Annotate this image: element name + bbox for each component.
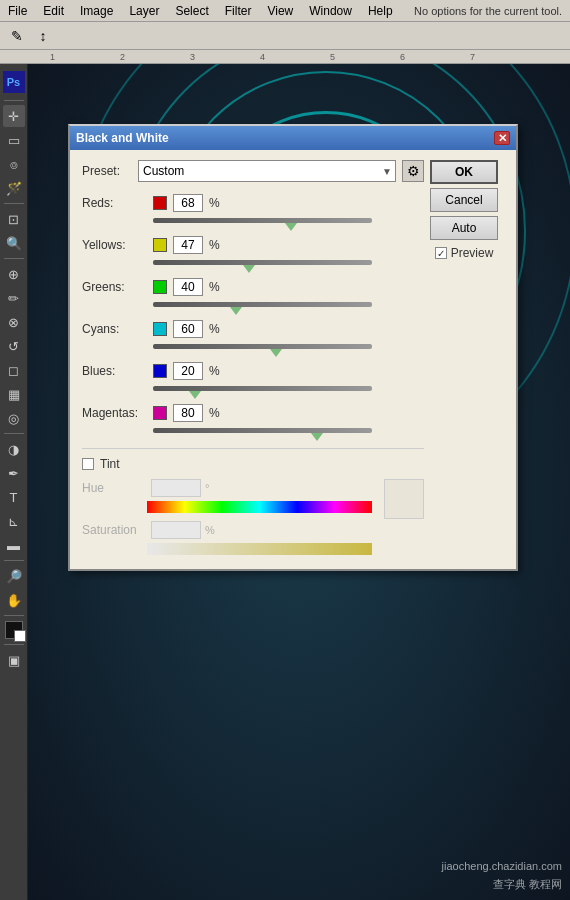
menu-window[interactable]: Window (301, 2, 360, 20)
path-tool[interactable]: ⊾ (3, 510, 25, 532)
hue-input[interactable] (151, 479, 201, 497)
ruler-mark: 4 (260, 52, 265, 62)
blues-slider-thumb[interactable] (189, 391, 201, 399)
cyans-pct: % (209, 322, 220, 336)
menu-view[interactable]: View (259, 2, 301, 20)
hand-tool[interactable]: ✋ (3, 589, 25, 611)
menu-select[interactable]: Select (167, 2, 216, 20)
saturation-input[interactable] (151, 521, 201, 539)
yellows-slider-section: Yellows: % (82, 236, 424, 270)
magentas-label: Magentas: (82, 406, 147, 420)
tool-icon[interactable]: ✎ (6, 25, 28, 47)
crop-tool[interactable]: ⊡ (3, 208, 25, 230)
eyedropper-tool[interactable]: 🔍 (3, 232, 25, 254)
saturation-slider-row (82, 543, 376, 555)
saturation-row: Saturation % (82, 521, 376, 539)
main-area: Ps ✛ ▭ ⌾ 🪄 ⊡ 🔍 ⊕ ✏ ⊗ ↺ ◻ ▦ ◎ ◑ ✒ T ⊾ ▬ 🔎… (0, 64, 570, 900)
magentas-value-input[interactable] (173, 404, 203, 422)
magentas-slider-thumb[interactable] (311, 433, 323, 441)
blues-slider-track-container[interactable] (153, 382, 372, 396)
menu-image[interactable]: Image (72, 2, 121, 20)
separator (4, 644, 24, 645)
ruler-mark: 5 (330, 52, 335, 62)
greens-color-swatch (153, 280, 167, 294)
magentas-color-swatch (153, 406, 167, 420)
hue-row: Hue ° (82, 479, 376, 497)
bw-dialog: Black and White ✕ Preset: Custom (68, 124, 518, 571)
wand-tool[interactable]: 🪄 (3, 177, 25, 199)
hue-deg-symbol: ° (205, 482, 209, 494)
reds-color-swatch (153, 196, 167, 210)
blues-pct: % (209, 364, 220, 378)
yellows-track-row (82, 256, 424, 270)
tool-icon2[interactable]: ↕ (32, 25, 54, 47)
dodge-tool[interactable]: ◑ (3, 438, 25, 460)
separator (4, 433, 24, 434)
separator (4, 615, 24, 616)
preset-settings-button[interactable]: ⚙ (402, 160, 424, 182)
blues-value-input[interactable] (173, 362, 203, 380)
tint-checkbox[interactable] (82, 458, 94, 470)
cancel-button[interactable]: Cancel (430, 188, 498, 212)
foreground-color[interactable] (5, 621, 23, 639)
gradient-tool[interactable]: ▦ (3, 383, 25, 405)
preset-row: Preset: Custom ▼ ⚙ (82, 160, 424, 182)
reds-slider-track-container[interactable] (153, 214, 372, 228)
saturation-gradient-track[interactable] (147, 543, 372, 555)
menu-help[interactable]: Help (360, 2, 401, 20)
cyans-slider-track-container[interactable] (153, 340, 372, 354)
move-tool[interactable]: ✛ (3, 105, 25, 127)
preview-checkbox[interactable] (435, 247, 447, 259)
buttons-panel: OK Cancel Auto Preview (424, 160, 504, 555)
yellows-slider-thumb[interactable] (243, 265, 255, 273)
cyans-color-swatch (153, 322, 167, 336)
separator (4, 203, 24, 204)
watermark-url: jiaocheng.chazidian.com (442, 860, 562, 872)
zoom-tool[interactable]: 🔎 (3, 565, 25, 587)
menu-layer[interactable]: Layer (121, 2, 167, 20)
reds-value-input[interactable] (173, 194, 203, 212)
selection-tool[interactable]: ▭ (3, 129, 25, 151)
greens-slider-track-container[interactable] (153, 298, 372, 312)
auto-button[interactable]: Auto (430, 216, 498, 240)
type-tool[interactable]: T (3, 486, 25, 508)
reds-slider-thumb[interactable] (285, 223, 297, 231)
history-tool[interactable]: ↺ (3, 335, 25, 357)
tint-controls: Hue ° (82, 479, 424, 555)
brush-tool[interactable]: ✏ (3, 287, 25, 309)
greens-slider-track (153, 302, 372, 307)
cyans-value-input[interactable] (173, 320, 203, 338)
dialog-titlebar[interactable]: Black and White ✕ (70, 126, 516, 150)
tint-section: Tint Hue ° (82, 448, 424, 555)
heal-tool[interactable]: ⊕ (3, 263, 25, 285)
menu-filter[interactable]: Filter (217, 2, 260, 20)
blur-tool[interactable]: ◎ (3, 407, 25, 429)
cyans-slider-track (153, 344, 372, 349)
yellows-value-input[interactable] (173, 236, 203, 254)
background-color[interactable] (14, 630, 26, 642)
screen-mode[interactable]: ▣ (3, 649, 25, 671)
menu-edit[interactable]: Edit (35, 2, 72, 20)
toolbar: ✎ ↕ (0, 22, 570, 50)
hue-gradient-track[interactable] (147, 501, 372, 513)
pen-tool[interactable]: ✒ (3, 462, 25, 484)
preset-select[interactable]: Custom (138, 160, 396, 182)
sliders-panel: Preset: Custom ▼ ⚙ (82, 160, 424, 555)
cyans-slider-thumb[interactable] (270, 349, 282, 357)
tint-color-swatch[interactable] (384, 479, 424, 519)
clone-tool[interactable]: ⊗ (3, 311, 25, 333)
eraser-tool[interactable]: ◻ (3, 359, 25, 381)
preset-select-wrapper[interactable]: Custom ▼ (138, 160, 396, 182)
menu-file[interactable]: File (0, 2, 35, 20)
blues-color-swatch (153, 364, 167, 378)
yellows-slider-track-container[interactable] (153, 256, 372, 270)
greens-value-input[interactable] (173, 278, 203, 296)
greens-slider-thumb[interactable] (230, 307, 242, 315)
magentas-pct: % (209, 406, 220, 420)
shape-tool[interactable]: ▬ (3, 534, 25, 556)
ok-button[interactable]: OK (430, 160, 498, 184)
lasso-tool[interactable]: ⌾ (3, 153, 25, 175)
magentas-slider-track-container[interactable] (153, 424, 372, 438)
dialog-close-button[interactable]: ✕ (494, 131, 510, 145)
ruler-mark: 3 (190, 52, 195, 62)
